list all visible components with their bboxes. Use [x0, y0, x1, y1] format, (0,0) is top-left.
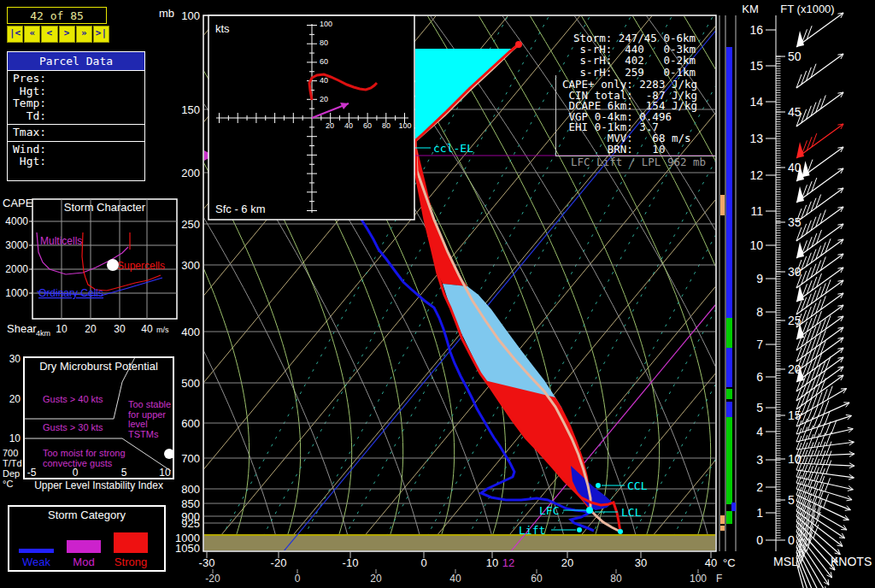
svg-text:10: 10 — [56, 323, 68, 335]
svg-text:ccl-EL: ccl-EL — [433, 142, 473, 155]
svg-text:100: 100 — [181, 9, 200, 22]
svg-text:Storm Category: Storm Category — [48, 509, 126, 521]
svg-text:13: 13 — [749, 132, 763, 145]
svg-text:m/s: m/s — [156, 326, 169, 334]
svg-text:20: 20 — [85, 323, 97, 335]
svg-text:10: 10 — [159, 467, 171, 479]
nav-forward-button[interactable]: > — [59, 26, 75, 43]
level-marker-dot — [577, 527, 582, 532]
svg-text:925: 925 — [181, 517, 200, 530]
parcel-tmax-field: Tmax: — [8, 124, 144, 141]
svg-text:0: 0 — [295, 573, 301, 585]
svg-text:5: 5 — [756, 401, 763, 415]
parcel-data-panel: Parcel Data Pres: Hgt: Temp: Td: Tmax: W… — [7, 51, 145, 181]
svg-text:Too stable: Too stable — [128, 399, 171, 409]
svg-text:500: 500 — [181, 377, 200, 390]
svg-text:4km: 4km — [36, 329, 50, 338]
svg-text:40: 40 — [141, 323, 153, 335]
temperature-axis: -30-20-10010203040°C12-20020406080100F — [199, 551, 736, 585]
svg-text:mb: mb — [159, 7, 174, 20]
svg-text:Strong: Strong — [115, 556, 147, 568]
svg-text:-5: -5 — [27, 467, 37, 479]
svg-text:80: 80 — [382, 121, 391, 130]
svg-text:Upper Level Instability Index: Upper Level Instability Index — [34, 479, 163, 491]
parcel-thermo-fields: Pres: Hgt: Temp: Td: — [8, 71, 144, 124]
level-marker-dot — [618, 529, 623, 534]
svg-text:Mod: Mod — [73, 556, 94, 568]
nav-first-button[interactable]: |< — [7, 26, 23, 43]
svg-text:60: 60 — [363, 121, 372, 130]
svg-text:4: 4 — [756, 425, 763, 438]
svg-text:5: 5 — [788, 493, 795, 507]
svg-text:20: 20 — [320, 95, 328, 103]
svg-text:700: 700 — [181, 452, 200, 465]
nav-fast-back-button[interactable]: « — [24, 26, 40, 43]
stability-indices-readout: CAPE+ only: 2283 J/kg CIN total: -87 J/k… — [562, 79, 697, 155]
svg-text:35: 35 — [788, 215, 802, 229]
svg-text:16: 16 — [749, 23, 763, 37]
svg-text:400: 400 — [181, 326, 200, 338]
svg-text:Ordinary Cells: Ordinary Cells — [38, 287, 103, 299]
svg-text:convective gusts: convective gusts — [43, 458, 113, 468]
svg-text:20: 20 — [326, 121, 334, 130]
svg-text:-30: -30 — [199, 556, 215, 569]
svg-text:60: 60 — [531, 573, 543, 585]
svg-text:LCL: LCL — [621, 506, 642, 519]
nav-back-button[interactable]: < — [41, 26, 57, 43]
svg-text:8: 8 — [756, 305, 763, 319]
microburst-marker — [164, 449, 174, 459]
svg-text:MSL: MSL — [773, 555, 798, 568]
svg-text:Sfc - 6 km: Sfc - 6 km — [215, 203, 266, 215]
svg-text:15: 15 — [749, 59, 763, 73]
svg-text:300: 300 — [181, 259, 200, 272]
svg-text:Multicells: Multicells — [40, 235, 82, 247]
svg-text:2000: 2000 — [5, 263, 28, 275]
svg-text:30: 30 — [635, 556, 647, 569]
svg-text:for upper: for upper — [128, 409, 166, 420]
svg-text:1050: 1050 — [175, 542, 200, 555]
svg-text:30: 30 — [114, 323, 126, 335]
svg-text:Too moist for strong: Too moist for strong — [43, 448, 126, 458]
svg-text:60: 60 — [320, 57, 328, 66]
microburst-panel: Dry Microburst Potential302010700T/TdDep… — [3, 353, 174, 491]
svg-text:-20: -20 — [271, 556, 287, 569]
nav-last-button[interactable]: >| — [93, 26, 109, 43]
svg-text:40: 40 — [344, 121, 353, 130]
svg-text:250: 250 — [181, 218, 200, 231]
svg-text:20: 20 — [561, 556, 573, 569]
svg-text:11: 11 — [750, 204, 763, 218]
svg-text:F: F — [716, 573, 722, 585]
svg-text:6: 6 — [756, 370, 763, 384]
svg-text:Storm Character: Storm Character — [64, 201, 146, 214]
svg-text:20: 20 — [9, 393, 21, 405]
svg-text:0: 0 — [788, 533, 795, 547]
svg-text:kts: kts — [215, 22, 230, 35]
svg-text:800: 800 — [181, 483, 200, 496]
svg-text:4000: 4000 — [5, 215, 28, 227]
svg-text:Dep: Dep — [3, 468, 20, 479]
svg-text:-10: -10 — [343, 556, 359, 569]
svg-text:5: 5 — [121, 467, 127, 479]
svg-text:40: 40 — [705, 556, 717, 569]
svg-text:45: 45 — [788, 105, 802, 119]
dewpoint-trace — [361, 220, 594, 531]
svg-text:10: 10 — [749, 238, 763, 252]
svg-text:10: 10 — [486, 556, 498, 569]
layer-indicator-bars — [719, 15, 736, 551]
svg-text:150: 150 — [181, 103, 200, 116]
svg-text:Gusts > 30 kts: Gusts > 30 kts — [43, 422, 103, 432]
svg-text:30: 30 — [9, 353, 21, 365]
svg-text:CAPE: CAPE — [3, 197, 33, 209]
svg-text:Dry Microburst Potential: Dry Microburst Potential — [39, 360, 158, 373]
nav-fast-forward-button[interactable]: » — [76, 26, 92, 43]
wind-barbs — [796, 13, 854, 588]
svg-text:-20: -20 — [205, 573, 220, 585]
svg-text:0: 0 — [756, 533, 763, 547]
storm-category-panel: Storm CategoryWeakModStrong — [9, 506, 165, 571]
svg-text:Supercells: Supercells — [117, 260, 165, 272]
svg-text:KM: KM — [742, 3, 759, 15]
svg-text:FT (x1000): FT (x1000) — [780, 3, 834, 15]
level-marker-dot — [586, 507, 593, 514]
svg-text:200: 200 — [181, 167, 200, 179]
svg-text:T/Td: T/Td — [3, 458, 22, 468]
